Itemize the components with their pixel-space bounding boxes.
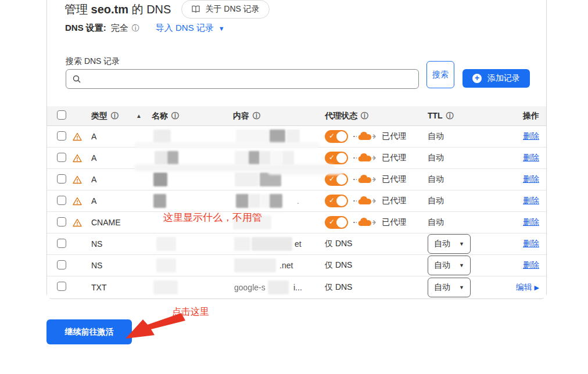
info-circle-icon[interactable]: ⓘ [253, 112, 260, 120]
record-name-redacted [152, 126, 233, 147]
record-name-redacted [152, 233, 233, 254]
import-dns-records-link[interactable]: 导入 DNS 记录 ▼ [156, 23, 225, 34]
header-actions: 操作 [497, 111, 546, 121]
page-title: 管理 seo.tm 的 DNS [64, 2, 171, 17]
delete-record-link[interactable]: 删除 [523, 131, 539, 141]
proxy-toggle[interactable]: ✓ [325, 173, 348, 186]
search-dns-label: 搜索 DNS 记录 [66, 56, 120, 67]
warning-triangle-icon[interactable] [73, 132, 89, 141]
record-name-redacted [152, 255, 233, 276]
row-checkbox[interactable] [57, 260, 66, 269]
proxy-toggle[interactable]: ✓ [325, 195, 348, 207]
sort-ascending-icon[interactable]: ▲ [136, 113, 142, 119]
redacted-blob [236, 194, 249, 208]
redacted-blob [249, 151, 260, 165]
chevron-down-icon: ▼ [459, 241, 464, 247]
record-type: CNAME [89, 218, 152, 227]
proxy-toggle[interactable]: ✓ [325, 152, 348, 164]
about-dns-records-label: 关于 DNS 记录 [205, 4, 259, 15]
orange-cloud-icon [353, 196, 377, 206]
orange-cloud-icon [353, 131, 377, 142]
row-checkbox[interactable] [57, 131, 66, 141]
delete-record-link[interactable]: 删除 [523, 260, 539, 269]
chevron-down-icon: ▼ [218, 25, 225, 32]
row-checkbox[interactable] [57, 196, 66, 205]
record-type: A [89, 153, 152, 163]
about-dns-records-button[interactable]: 关于 DNS 记录 [181, 0, 269, 19]
row-checkbox[interactable] [57, 239, 66, 248]
header-content: 内容 [233, 111, 249, 120]
delete-record-link[interactable]: 删除 [523, 153, 539, 162]
record-type: NS [89, 239, 152, 249]
edit-record-link[interactable]: 编辑 ▶ [516, 282, 539, 292]
delete-record-link[interactable]: 删除 [523, 217, 539, 226]
info-circle-icon[interactable]: ⓘ [111, 111, 119, 121]
proxy-status-label: 已代理 [382, 174, 406, 185]
book-icon [191, 5, 200, 13]
record-content-redacted [233, 148, 321, 168]
ttl-dropdown[interactable]: 自动▼ [428, 234, 471, 254]
info-circle-icon[interactable]: ⓘ [361, 112, 368, 120]
plus-circle-icon: + [472, 74, 482, 83]
delete-record-link[interactable]: 删除 [523, 174, 539, 184]
table-row: A ✓ 已代理 自动 删除 [47, 169, 546, 190]
record-content-fragment: i... [293, 283, 302, 292]
dns-management-card: 管理 seo.tm 的 DNS 关于 DNS 记录 DNS 设置: 完全 ⓘ 导… [46, 0, 547, 299]
ttl-value: 自动 [428, 217, 444, 226]
delete-record-link[interactable]: 删除 [523, 196, 539, 205]
row-checkbox[interactable] [57, 217, 66, 226]
record-content-redacted [233, 169, 321, 190]
select-all-checkbox[interactable] [57, 110, 66, 120]
record-content-redacted: . [233, 190, 321, 211]
proxy-toggle[interactable]: ✓ [325, 216, 348, 229]
proxy-toggle[interactable]: ✓ [325, 130, 348, 143]
row-checkbox[interactable] [57, 282, 66, 291]
header-ttl: TTL [428, 111, 443, 120]
delete-record-link[interactable]: 删除 [523, 239, 539, 248]
redacted-blob [236, 130, 269, 143]
warning-triangle-icon[interactable] [73, 218, 89, 227]
redacted-blob [156, 258, 176, 272]
table-row: CNAME ✓ 已代理 自动 删除 [47, 212, 546, 233]
dns-settings-label: DNS 设置: [65, 23, 106, 34]
proxy-status-label: 仅 DNS [325, 260, 352, 271]
row-checkbox[interactable] [57, 174, 66, 184]
record-name-redacted [152, 190, 233, 211]
header-type: 类型 [91, 111, 107, 121]
redacted-blob [156, 237, 176, 251]
info-circle-icon[interactable]: ⓘ [446, 112, 454, 120]
redacted-blob [282, 151, 294, 165]
add-record-label: 添加记录 [487, 73, 520, 84]
ttl-dropdown[interactable]: 自动▼ [428, 278, 471, 297]
add-record-button[interactable]: + 添加记录 [462, 69, 530, 88]
info-circle-icon[interactable]: ⓘ [132, 23, 139, 34]
proxy-status-label: 已代理 [382, 196, 406, 206]
warning-triangle-icon[interactable] [73, 197, 89, 206]
proxy-status-label: 仅 DNS [325, 282, 352, 293]
ttl-value: 自动 [428, 196, 444, 205]
redacted-blob [270, 130, 285, 143]
row-checkbox[interactable] [57, 153, 66, 162]
info-circle-icon[interactable]: ⓘ [171, 112, 179, 120]
redacted-blob [234, 258, 276, 272]
header-name: 名称 [152, 111, 168, 120]
search-input[interactable] [86, 70, 418, 88]
chevron-down-icon: ▼ [459, 262, 464, 268]
proxy-status-label: 已代理 [382, 153, 406, 163]
warning-triangle-icon[interactable] [73, 154, 89, 163]
table-row: A ✓ 已代理 自动 删除 [47, 148, 546, 169]
redacted-blob [155, 151, 167, 165]
continue-activate-button[interactable]: 继续前往激活 [46, 319, 132, 344]
record-name-redacted [152, 148, 233, 168]
ttl-value: 自动 [428, 131, 444, 141]
search-button[interactable]: 搜索 [426, 61, 454, 88]
ttl-dropdown[interactable]: 自动▼ [428, 256, 471, 275]
dns-settings-value: 完全 [111, 23, 128, 34]
orange-cloud-icon [353, 153, 377, 163]
proxy-status-label: 已代理 [382, 131, 406, 142]
chevron-right-icon: ▶ [535, 284, 539, 291]
record-type: TXT [89, 283, 152, 292]
record-content-fragment: . [297, 196, 299, 206]
domain-name: seo.tm [91, 3, 128, 16]
warning-triangle-icon[interactable] [73, 175, 89, 184]
